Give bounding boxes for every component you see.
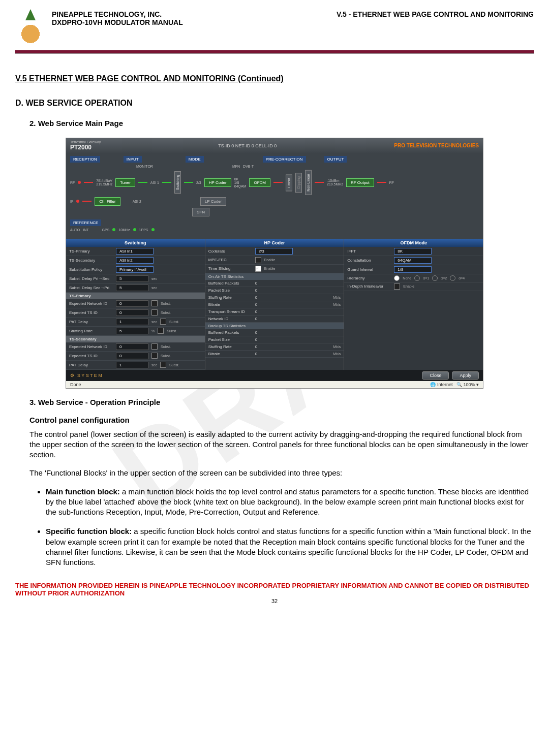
block-diagram: RECEPTION INPUT MODE PRE-CORRECTION OUTP…: [66, 153, 483, 239]
patdelay2-label: PAT Delay: [69, 363, 113, 367]
panel-hpcoder: HP Coder Coderate2/3 MPE-FECEnable Time-…: [205, 239, 345, 370]
const-label: Constellation: [347, 258, 391, 263]
asi1-label: ASI 1: [150, 181, 159, 184]
ifft-select[interactable]: 8K: [394, 248, 432, 255]
a4-label: α=4: [459, 276, 465, 280]
indepth-label: In-Depth Interleaver: [347, 284, 391, 289]
tsprimary-subhdr: TS-Primary: [66, 293, 205, 299]
if-node-icon: [76, 200, 79, 203]
tuner-block[interactable]: Tuner: [115, 178, 135, 187]
panel-hdr-hpcoder: HP Coder: [205, 239, 344, 247]
etsid-input[interactable]: 0: [116, 309, 148, 316]
rx-level: 7E.4dBuV 219.5MHz: [96, 179, 112, 186]
hier-none-radio[interactable]: [394, 275, 400, 281]
brand-logo: PRO TELEVISION TECHNOLOGIES: [394, 143, 479, 148]
subst-label: Subst.: [167, 329, 177, 333]
delsec-input[interactable]: 5: [116, 285, 148, 291]
tssecondary-label: TS-Secondary: [69, 258, 113, 263]
stuffrate-input[interactable]: 5: [116, 328, 148, 334]
patdelay2-input[interactable]: 1: [116, 362, 148, 368]
rf-label: RF: [70, 181, 75, 184]
linear-block[interactable]: Linear: [286, 174, 292, 191]
pineapple-logo-icon: [15, 10, 46, 47]
delsec-label: Subst. Delay Sec→Pri: [69, 286, 113, 290]
sfn-block[interactable]: SFN: [192, 208, 209, 216]
mfn-label: MFN: [232, 165, 240, 168]
subst-label: Subst.: [161, 354, 171, 358]
panel-ofdm: OFDM Mode IFFT8K Constellation64QAM Guar…: [344, 239, 483, 370]
system-label[interactable]: S Y S T E M: [77, 373, 102, 378]
close-button[interactable]: Close: [422, 371, 449, 380]
apply-button[interactable]: Apply: [452, 371, 479, 380]
timeslicing-checkbox[interactable]: ✓: [255, 266, 261, 272]
pct-unit: %: [151, 329, 155, 333]
footer-disclaimer: THE INFORMATION PROVIDED HEREIN IS PINEA…: [15, 582, 534, 597]
subpolicy-select[interactable]: Primary if Avail: [116, 266, 154, 273]
hpcoder-block[interactable]: HP Coder: [204, 178, 231, 187]
packetsize2-value: 0: [255, 337, 257, 342]
subst-checkbox[interactable]: [160, 362, 166, 368]
stuffing-value: 0: [255, 295, 257, 300]
clipping-block[interactable]: Clipping: [295, 173, 302, 193]
auto-label: AUTO: [70, 228, 80, 232]
wire-icon: [162, 182, 171, 183]
lpcoder-block[interactable]: LP Coder: [200, 197, 227, 206]
netid-label: Network ID: [208, 317, 252, 321]
col-output: OUTPUT: [324, 156, 347, 163]
patdelay-input[interactable]: 1: [116, 319, 148, 325]
subsection-3: 3. Web Service - Operation Principle: [29, 398, 534, 406]
subst-label: Subst.: [161, 345, 171, 349]
stuffrate-label: Stuffing Rate: [69, 329, 113, 333]
bullet-main-block: Main function block: a main function blo…: [46, 487, 534, 518]
mpefec-label: MPE-FEC: [208, 258, 252, 262]
rfout-block[interactable]: RF Output: [346, 178, 374, 187]
col-reference: REFERENCE: [70, 219, 101, 226]
a2-label: α=2: [441, 276, 447, 280]
col-input: INPUT: [124, 156, 142, 163]
subst-checkbox[interactable]: [151, 343, 158, 350]
enid2-input[interactable]: 0: [116, 343, 148, 350]
monitor-label: MONITOR: [136, 165, 153, 168]
bullet-1-label: Main function block:: [46, 487, 120, 496]
stuffing2-value: 0: [255, 344, 257, 349]
subst-label: Subst.: [169, 363, 179, 367]
dvbt-label: DVB-T: [243, 165, 254, 168]
hier-a1-radio[interactable]: [414, 275, 420, 281]
wire-icon: [82, 201, 92, 202]
bitrate2-value: 0: [255, 352, 257, 356]
tsprimary-label: TS-Primary: [69, 249, 113, 254]
coderate-select[interactable]: 2/3: [255, 248, 293, 255]
nonlinear-block[interactable]: Non-Linear: [305, 170, 312, 195]
guard-select[interactable]: 1/8: [394, 266, 432, 273]
subst-checkbox[interactable]: [151, 353, 158, 359]
enid-input[interactable]: 0: [116, 300, 148, 307]
if-label: IF: [70, 200, 73, 203]
indepth-checkbox[interactable]: [394, 284, 400, 290]
tssecondary-select[interactable]: ASI in2: [116, 257, 154, 264]
delpri-input[interactable]: 5: [116, 275, 148, 282]
section-heading: V.5 ETHERNET WEB PAGE CONTROL AND MONITO…: [15, 74, 534, 83]
company-name: PINEAPPLE TECHNOLOGY, INC.: [52, 10, 183, 18]
ofdm-block[interactable]: OFDM: [249, 178, 270, 187]
chfilter-block[interactable]: Ch. Filter: [95, 197, 120, 206]
tsprimary-select[interactable]: ASI in1: [116, 248, 154, 255]
switching-block[interactable]: Switching: [174, 171, 181, 194]
guard-label: Guard Interval: [347, 267, 391, 272]
subst-checkbox[interactable]: [151, 300, 158, 306]
10mhz-label: 10MHz: [118, 228, 130, 232]
sec-unit: sec: [151, 320, 157, 324]
page-number: 32: [15, 598, 534, 604]
ifft-label: IFFT: [347, 249, 391, 254]
subst-checkbox[interactable]: [160, 319, 166, 325]
hier-a2-radio[interactable]: [432, 275, 438, 281]
const-select[interactable]: 64QAM: [394, 257, 432, 264]
subst-checkbox[interactable]: [151, 309, 158, 316]
mpefec-checkbox[interactable]: [255, 257, 261, 263]
sec-unit: sec: [151, 277, 157, 280]
hier-a4-radio[interactable]: [450, 275, 455, 281]
etsid2-input[interactable]: 0: [116, 353, 148, 359]
stuffing-label: Stuffing Rate: [208, 295, 252, 300]
subst-checkbox[interactable]: [158, 328, 164, 334]
wire-icon: [138, 182, 147, 183]
rf-out-label: RF: [389, 181, 394, 184]
